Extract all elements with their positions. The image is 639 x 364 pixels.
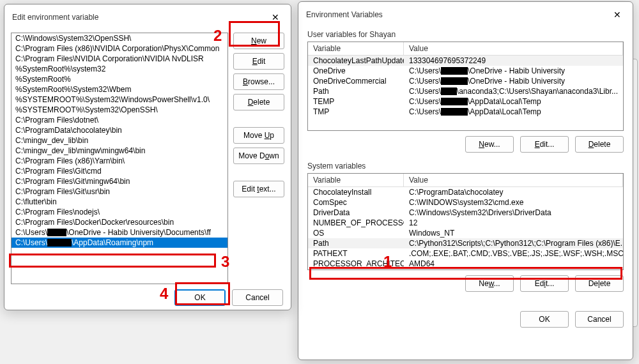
new-button[interactable]: New... — [465, 136, 514, 153]
edit-env-var-dialog: Edit environment variable ✕ C:\Windows\S… — [4, 4, 291, 310]
close-icon[interactable]: ✕ — [268, 10, 283, 25]
table-row[interactable]: PathC:\Python312\Scripts\;C:\Python312\;… — [308, 238, 623, 248]
list-item[interactable]: %SystemRoot%\system32 — [12, 64, 227, 74]
table-row[interactable]: DriverDataC:\Windows\System32\Drivers\Dr… — [308, 208, 623, 218]
list-item[interactable]: C:\Program Files\Git\mingw64\bin — [12, 176, 227, 186]
delete-button[interactable]: Delete — [575, 136, 624, 153]
move-down-button[interactable]: Move Down — [233, 148, 284, 164]
new-button[interactable]: New... — [465, 275, 514, 292]
list-item[interactable]: C:\Program Files\dotnet\ — [12, 115, 227, 125]
delete-button[interactable]: Delete — [233, 94, 284, 110]
close-icon[interactable]: ✕ — [610, 7, 625, 22]
list-item[interactable]: %SystemRoot%\System32\Wbem — [12, 84, 227, 95]
table-row[interactable]: OneDriveC:\Users\\OneDrive - Habib Unive… — [308, 66, 623, 76]
table-row[interactable]: TEMPC:\Users\\AppData\Local\Temp — [308, 96, 623, 107]
list-item[interactable]: C:\mingw_dev_lib\bin — [12, 135, 227, 146]
column-header[interactable]: Variable — [308, 174, 404, 187]
edit-button[interactable]: Edit... — [520, 275, 569, 292]
delete-button[interactable]: Delete — [575, 275, 624, 292]
ok-button[interactable]: OK — [174, 289, 226, 306]
column-header[interactable]: Variable — [308, 42, 404, 56]
dialog-title: Edit environment variable — [12, 13, 98, 22]
table-row[interactable]: OSWindows_NT — [308, 228, 623, 238]
browse-button[interactable]: Browse... — [233, 73, 284, 90]
table-row[interactable]: PATHEXT.COM;.EXE;.BAT;.CMD;.VBS;.VBE;.JS… — [308, 248, 623, 259]
edit-button[interactable]: Edit... — [520, 136, 569, 153]
list-item[interactable]: %SYSTEMROOT%\System32\OpenSSH\ — [12, 105, 227, 115]
list-item[interactable]: C:\Windows\System32\OpenSSH\ — [12, 33, 227, 43]
table-row[interactable]: ComSpecC:\WINDOWS\system32\cmd.exe — [308, 197, 623, 208]
edit-text-button[interactable]: Edit text... — [233, 181, 284, 197]
list-item[interactable]: C:\Users\\AppData\Roaming\npm — [12, 238, 227, 248]
list-item[interactable]: C:\Program Files\Git\cmd — [12, 166, 227, 176]
table-row[interactable]: ChocolateyLastPathUpdate1333046976953722… — [308, 56, 623, 66]
move-up-button[interactable]: Move Up — [233, 127, 284, 144]
user-vars-label: User variables for Shayan — [307, 30, 624, 39]
list-item[interactable]: C:\Program Files\NVIDIA Corporation\NVID… — [12, 54, 227, 64]
table-row[interactable]: OneDriveCommercialC:\Users\\OneDrive - H… — [308, 76, 623, 86]
list-item[interactable]: %SYSTEMROOT%\System32\WindowsPowerShell\… — [12, 95, 227, 105]
path-list[interactable]: C:\Windows\System32\OpenSSH\C:\Program F… — [11, 33, 228, 284]
list-item[interactable]: C:\Program Files\Docker\Docker\resources… — [12, 217, 227, 227]
list-item[interactable]: C:\Program Files\nodejs\ — [12, 207, 227, 217]
sys-vars-table[interactable]: VariableValueChocolateyInstallC:\Program… — [307, 173, 624, 270]
table-row[interactable]: PROCESSOR_ARCHITECTUAMD64 — [308, 259, 623, 269]
table-row[interactable]: NUMBER_OF_PROCESSORS12 — [308, 218, 623, 228]
env-vars-dialog: Environment Variables ✕ User variables f… — [298, 1, 633, 360]
list-item[interactable]: C:\Program Files (x86)\Yarn\bin\ — [12, 156, 227, 166]
titlebar: Edit environment variable ✕ — [4, 4, 291, 27]
table-row[interactable]: ChocolateyInstallC:\ProgramData\chocolat… — [308, 187, 623, 197]
cancel-button[interactable]: Cancel — [232, 289, 283, 306]
column-header[interactable]: Value — [404, 42, 623, 56]
dialog-title: Environment Variables — [306, 10, 383, 19]
sys-vars-label: System variables — [307, 162, 624, 171]
edit-button[interactable]: Edit — [233, 53, 284, 70]
column-header[interactable]: Value — [404, 174, 623, 187]
list-item[interactable]: C:\Users\\OneDrive - Habib University\Do… — [12, 227, 227, 238]
list-item[interactable]: C:\Program Files (x86)\NVIDIA Corporatio… — [12, 43, 227, 54]
list-item[interactable]: C:\ProgramData\chocolatey\bin — [12, 125, 227, 135]
table-row[interactable]: PathC:\Users\\anaconda3;C:\Users\Shayan\… — [308, 86, 623, 96]
table-row[interactable]: TMPC:\Users\\AppData\Local\Temp — [308, 107, 623, 117]
list-item[interactable]: C:\Program Files\Git\usr\bin — [12, 186, 227, 197]
list-item[interactable]: C:\mingw_dev_lib\mingw\mingw64\bin — [12, 146, 227, 156]
user-vars-table[interactable]: VariableValueChocolateyLastPathUpdate133… — [307, 42, 624, 131]
cancel-button[interactable]: Cancel — [575, 311, 624, 328]
new-button[interactable]: New — [233, 33, 284, 49]
ok-button[interactable]: OK — [520, 311, 569, 328]
titlebar: Environment Variables ✕ — [298, 2, 633, 25]
list-item[interactable]: %SystemRoot% — [12, 74, 227, 84]
list-item[interactable]: C:\flutter\bin — [12, 197, 227, 207]
